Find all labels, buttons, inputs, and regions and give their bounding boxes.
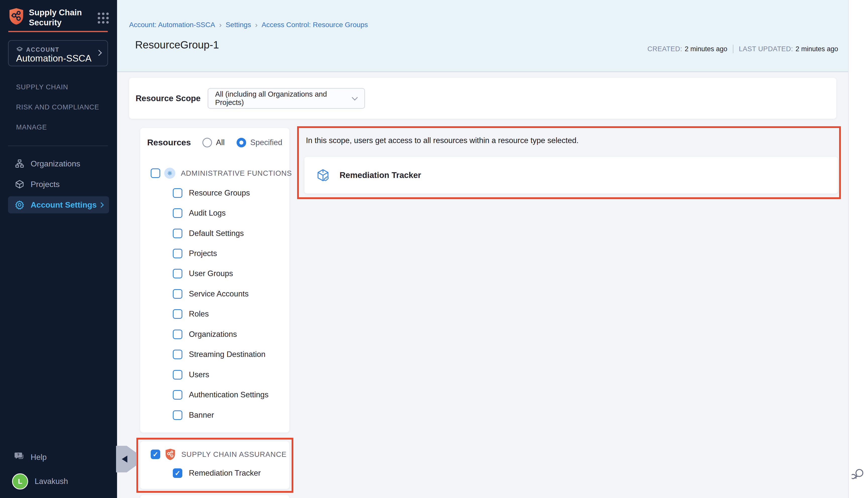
item-checkbox[interactable] xyxy=(173,208,182,218)
sidebar-item-label: Organizations xyxy=(31,159,80,168)
page-header: Account: Automation-SSCA › Settings › Ac… xyxy=(117,0,848,72)
item-checkbox[interactable] xyxy=(173,249,182,258)
resources-card: Resources All Specified xyxy=(140,128,289,432)
help-label: Help xyxy=(31,453,47,462)
resource-row: Banner xyxy=(173,410,214,420)
item-checkbox[interactable] xyxy=(173,269,182,278)
app-root: Supply Chain Security ACCOUNT Automation… xyxy=(0,0,868,498)
item-label: Projects xyxy=(189,249,217,258)
sidebar-section-manage[interactable]: MANAGE xyxy=(16,123,47,131)
item-label: Service Accounts xyxy=(189,289,249,299)
user-profile[interactable]: L Lavakush xyxy=(8,472,108,491)
item-label: Roles xyxy=(189,310,209,318)
help-chat-icon: ? xyxy=(14,451,25,463)
annotation-box-right: In this scope, users get access to all r… xyxy=(297,126,841,199)
item-checkbox[interactable] xyxy=(173,330,182,339)
resource-scope-dropdown[interactable]: All (including all Organizations and Pro… xyxy=(208,88,365,109)
account-selector[interactable]: ACCOUNT Automation-SSCA xyxy=(8,40,108,66)
resource-row: Streaming Destination xyxy=(173,350,265,359)
resource-row: Roles xyxy=(173,309,209,319)
gear-icon xyxy=(15,200,25,210)
radio-all-label[interactable]: All xyxy=(216,138,224,147)
admin-gear-badge-icon xyxy=(164,168,175,179)
sidebar-section-supply-chain[interactable]: SUPPLY CHAIN xyxy=(16,83,68,91)
breadcrumb-separator-icon: › xyxy=(255,21,258,29)
item-label: Default Settings xyxy=(189,229,244,238)
main-content: Account: Automation-SSCA › Settings › Ac… xyxy=(117,0,848,498)
item-checkbox[interactable] xyxy=(173,370,182,380)
item-checkbox[interactable] xyxy=(173,188,182,198)
item-label: Streaming Destination xyxy=(189,350,265,359)
item-label: Audit Logs xyxy=(189,209,226,218)
account-name: Automation-SSCA xyxy=(16,53,91,64)
updated-label: LAST UPDATED: xyxy=(739,45,793,53)
item-label: Organizations xyxy=(189,330,237,339)
group-row-administrative-functions: ADMINISTRATIVE FUNCTIONS xyxy=(151,168,292,179)
meta-timestamps: CREATED: 2 minutes ago LAST UPDATED: 2 m… xyxy=(647,45,838,53)
breadcrumb: Account: Automation-SSCA › Settings › Ac… xyxy=(129,21,368,29)
item-checkbox[interactable] xyxy=(173,229,182,238)
resource-row: Service Accounts xyxy=(173,289,249,299)
remediation-cube-icon xyxy=(316,168,330,182)
resource-row: Projects xyxy=(173,249,217,258)
page-title: ResourceGroup-1 xyxy=(135,39,219,51)
sidebar-item-account-settings[interactable]: Account Settings xyxy=(8,196,109,213)
collapse-left-arrow-icon xyxy=(122,456,127,463)
resource-scope-value: All (including all Organizations and Pro… xyxy=(215,90,353,107)
user-name: Lavakush xyxy=(35,477,68,486)
created-label: CREATED: xyxy=(647,45,683,53)
app-logo-row: Supply Chain Security xyxy=(8,8,109,28)
item-label: Resource Groups xyxy=(189,188,250,198)
account-label: ACCOUNT xyxy=(26,47,60,53)
breadcrumb-settings[interactable]: Settings xyxy=(225,21,251,29)
chevron-down-icon xyxy=(352,94,358,101)
item-checkbox[interactable] xyxy=(173,390,182,399)
chat-bubbles-icon[interactable] xyxy=(852,467,865,481)
sidebar-item-label: Projects xyxy=(31,180,60,189)
svg-text:?: ? xyxy=(17,453,20,457)
breadcrumb-separator-icon: › xyxy=(219,21,221,29)
layers-icon xyxy=(16,46,23,53)
app-switcher-grid-icon[interactable] xyxy=(98,13,109,24)
resources-heading: Resources xyxy=(147,137,191,147)
radio-specified-label[interactable]: Specified xyxy=(250,138,282,147)
sidebar-item-projects[interactable]: Projects xyxy=(8,176,109,193)
sidebar-item-organizations[interactable]: Organizations xyxy=(8,155,109,172)
selected-resource-label: Remediation Tracker xyxy=(339,170,421,180)
supply-chain-security-logo-icon xyxy=(8,8,24,25)
resource-scope-label: Resource Scope xyxy=(135,94,201,103)
resource-row: Resource Groups xyxy=(173,188,250,198)
sidebar-item-label: Account Settings xyxy=(31,200,97,210)
item-label: Users xyxy=(189,370,209,379)
breadcrumb-account[interactable]: Account: Automation-SSCA xyxy=(129,21,215,29)
avatar: L xyxy=(12,473,28,489)
resource-row: Audit Logs xyxy=(173,208,226,218)
selected-resource-card: Remediation Tracker xyxy=(305,157,838,194)
chevron-right-icon xyxy=(99,202,104,207)
meta-divider xyxy=(733,45,734,53)
next-card-partial xyxy=(140,495,289,498)
updated-value: 2 minutes ago xyxy=(795,45,838,53)
item-checkbox[interactable] xyxy=(173,289,182,299)
resource-row: User Groups xyxy=(173,269,233,278)
help-button[interactable]: ? Help xyxy=(8,450,108,465)
resource-row: Organizations xyxy=(173,330,237,339)
created-value: 2 minutes ago xyxy=(685,45,727,53)
sidebar-section-risk-and-compliance[interactable]: RISK AND COMPLIANCE xyxy=(16,103,99,111)
radio-all[interactable] xyxy=(203,138,212,147)
brand-underline xyxy=(8,31,108,32)
radio-specified[interactable] xyxy=(237,138,246,147)
item-checkbox[interactable] xyxy=(173,350,182,359)
resource-row: Authentication Settings xyxy=(173,390,269,399)
sidebar: Supply Chain Security ACCOUNT Automation… xyxy=(0,0,117,498)
group-label: ADMINISTRATIVE FUNCTIONS xyxy=(181,169,292,178)
breadcrumb-resource-groups[interactable]: Access Control: Resource Groups xyxy=(262,21,368,29)
item-checkbox[interactable] xyxy=(173,309,182,319)
chevron-right-icon xyxy=(96,50,102,56)
resources-radio-group: All Specified xyxy=(203,138,282,147)
item-label: Authentication Settings xyxy=(189,390,269,399)
item-checkbox[interactable] xyxy=(173,410,182,420)
resource-row: Default Settings xyxy=(173,229,244,238)
group-checkbox[interactable] xyxy=(151,168,160,178)
item-label: User Groups xyxy=(189,269,233,278)
